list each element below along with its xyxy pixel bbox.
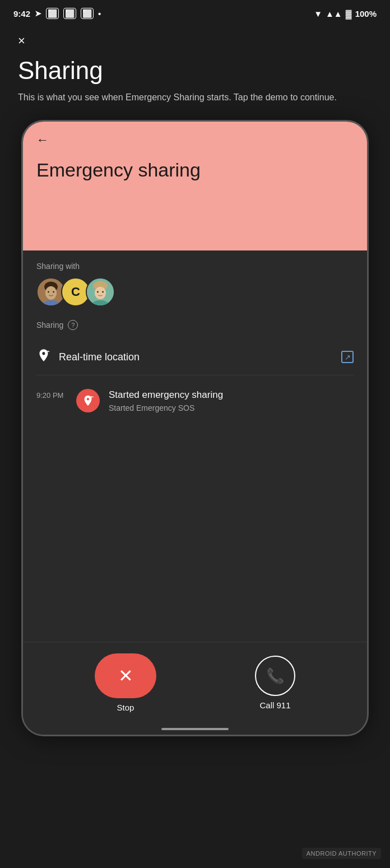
phone-body: Sharing with	[23, 250, 367, 424]
stop-x-icon: ✕	[118, 665, 133, 686]
time-display: 9:42	[13, 9, 30, 18]
status-left: 9:42 ➤ ⬜ ⬜ ⬜ •	[13, 8, 101, 19]
avatar-person-3	[86, 277, 115, 307]
page-subtitle: This is what you see when Emergency Shar…	[18, 91, 372, 104]
close-button[interactable]: ×	[18, 34, 25, 48]
wifi-icon: ▼	[314, 9, 322, 18]
sharing-label: Sharing	[36, 321, 63, 329]
sos-location-icon	[82, 394, 94, 407]
help-icon[interactable]: ?	[68, 320, 78, 330]
home-indicator	[161, 728, 229, 730]
battery-icon: ▓	[346, 9, 352, 18]
phone-mockup[interactable]: ← Emergency sharing Sharing with	[21, 120, 369, 736]
activity-icon-circle	[76, 389, 100, 412]
instagram-icon-2: ⬜	[63, 8, 76, 19]
page-title: Sharing	[18, 57, 372, 84]
phone-bottom-actions: ✕ Stop 📞 Call 911	[23, 642, 367, 735]
phone-call-icon: 📞	[266, 667, 284, 685]
status-bar: 9:42 ➤ ⬜ ⬜ ⬜ • ▼ ▲▲ ▓ 100%	[0, 0, 390, 25]
svg-point-9	[97, 291, 99, 293]
page-content: × Sharing This is what you see when Emer…	[0, 25, 390, 736]
stop-button[interactable]: ✕ Stop	[95, 653, 156, 712]
dot-indicator: •	[98, 9, 101, 18]
avatar-group: C	[36, 277, 354, 307]
svg-point-8	[95, 287, 106, 299]
svg-point-3	[48, 291, 49, 293]
call-button-circle[interactable]: 📞	[255, 656, 295, 696]
battery-percent: 100%	[355, 9, 377, 18]
activity-row: 9:20 PM Started emergency sharing Starte…	[36, 389, 354, 412]
watermark: ANDROID AUTHORITY	[302, 848, 381, 859]
location-pin-icon	[36, 348, 51, 366]
call-911-button[interactable]: 📞 Call 911	[255, 656, 295, 710]
sharing-with-label: Sharing with	[36, 262, 354, 271]
status-right: ▼ ▲▲ ▓ 100%	[314, 9, 377, 18]
navigation-icon: ➤	[35, 9, 41, 18]
back-arrow-button[interactable]: ←	[36, 133, 354, 147]
help-icon-text: ?	[71, 322, 75, 328]
activity-title: Started emergency sharing	[109, 389, 354, 401]
location-row: Real-time location	[36, 339, 354, 375]
signal-icon: ▲▲	[326, 9, 342, 18]
stop-button-label: Stop	[117, 703, 134, 712]
location-text: Real-time location	[59, 351, 140, 363]
external-link-icon[interactable]	[341, 351, 354, 363]
activity-time: 9:20 PM	[36, 391, 67, 400]
phone-header: ← Emergency sharing	[23, 122, 367, 250]
instagram-icon-1: ⬜	[46, 8, 59, 19]
activity-subtitle: Started Emergency SOS	[109, 403, 354, 412]
instagram-icon-3: ⬜	[81, 8, 94, 19]
emergency-sharing-title: Emergency sharing	[36, 159, 354, 182]
stop-button-circle[interactable]: ✕	[95, 653, 156, 698]
call-button-label: Call 911	[259, 700, 290, 710]
svg-point-2	[45, 286, 57, 300]
sharing-label-row: Sharing ?	[36, 320, 354, 330]
avatar-face-1	[38, 278, 64, 305]
avatar-letter: C	[71, 285, 80, 299]
location-left: Real-time location	[36, 348, 140, 366]
svg-point-4	[53, 291, 54, 293]
avatar-face-3	[87, 278, 114, 305]
activity-content: Started emergency sharing Started Emerge…	[109, 389, 354, 412]
svg-point-10	[102, 291, 104, 293]
